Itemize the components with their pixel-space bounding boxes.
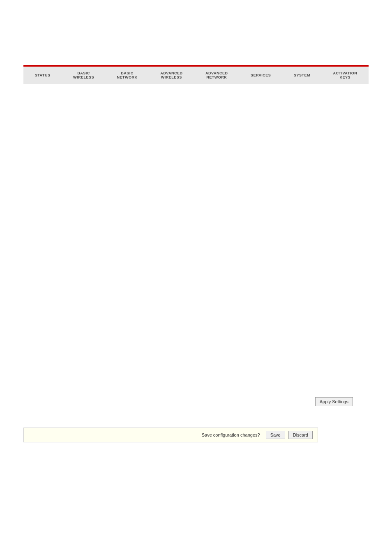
- nav-item-basic-network[interactable]: BASICNETWORK: [114, 67, 141, 84]
- nav-item-system[interactable]: SYSTEM: [291, 67, 314, 84]
- discard-button[interactable]: Discard: [288, 431, 313, 439]
- save-button[interactable]: Save: [266, 431, 285, 439]
- nav-item-activation-keys[interactable]: ACTIVATIONKEYS: [330, 67, 360, 84]
- nav-item-basic-wireless[interactable]: BASICWIRELESS: [70, 67, 97, 84]
- save-config-bar: Save configuration changes? Save Discard: [23, 428, 318, 442]
- nav-item-advanced-network[interactable]: ADVANCEDNETWORK: [202, 67, 231, 84]
- nav-item-advanced-wireless[interactable]: ADVANCEDWIRELESS: [157, 67, 186, 84]
- save-config-label: Save configuration changes?: [29, 432, 263, 437]
- nav-item-status[interactable]: STATUS: [32, 67, 54, 84]
- apply-settings-button[interactable]: Apply Settings: [315, 397, 353, 406]
- nav-item-services[interactable]: SERVICES: [247, 67, 274, 84]
- page-wrapper: STATUSBASICWIRELESSBASICNETWORKADVANCEDW…: [0, 0, 392, 555]
- nav-bar: STATUSBASICWIRELESSBASICNETWORKADVANCEDW…: [23, 65, 369, 84]
